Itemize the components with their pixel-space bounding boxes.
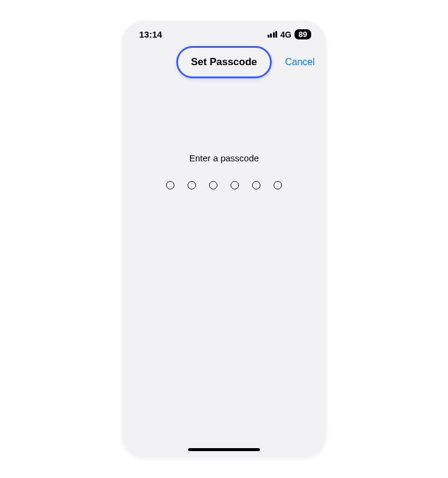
navigation-bar: Set Passcode Cancel xyxy=(122,43,326,81)
signal-icon xyxy=(268,31,278,38)
title-highlight: Set Passcode xyxy=(176,46,272,78)
passcode-dot xyxy=(209,181,217,189)
network-label: 4G xyxy=(280,30,291,39)
passcode-dot xyxy=(231,181,239,189)
status-time: 13:14 xyxy=(139,29,162,39)
cancel-button[interactable]: Cancel xyxy=(285,57,315,68)
phone-screen: 13:14 4G 89 Set Passcode Cancel Enter a … xyxy=(122,21,326,457)
content-area: Enter a passcode xyxy=(122,153,326,189)
passcode-input[interactable] xyxy=(166,181,282,189)
passcode-dot xyxy=(274,181,282,189)
page-title: Set Passcode xyxy=(191,56,257,68)
status-bar: 13:14 4G 89 xyxy=(122,21,326,43)
status-right-group: 4G 89 xyxy=(268,29,311,39)
passcode-dot xyxy=(188,181,196,189)
battery-icon: 89 xyxy=(294,29,311,39)
passcode-prompt: Enter a passcode xyxy=(189,153,259,163)
passcode-dot xyxy=(252,181,260,189)
home-indicator[interactable] xyxy=(188,448,260,451)
passcode-dot xyxy=(166,181,174,189)
